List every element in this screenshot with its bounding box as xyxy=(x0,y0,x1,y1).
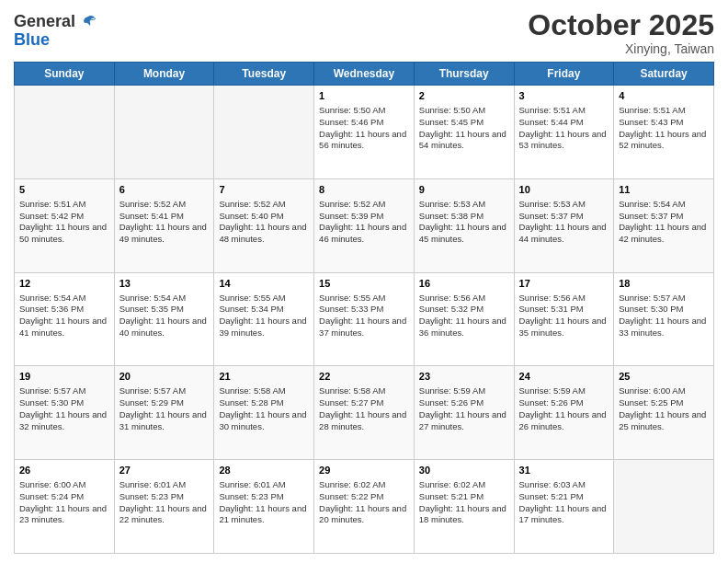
cell-info: Sunset: 5:43 PM xyxy=(619,117,709,129)
calendar-cell: 3Sunrise: 5:51 AMSunset: 5:44 PMDaylight… xyxy=(514,86,614,179)
logo-bird-icon xyxy=(79,13,97,31)
day-number: 21 xyxy=(219,370,309,384)
cell-info: Daylight: 11 hours and 40 minutes. xyxy=(119,316,210,339)
cell-info: Sunrise: 5:55 AM xyxy=(219,293,309,304)
cell-info: Sunset: 5:34 PM xyxy=(219,304,309,316)
cell-info: Sunset: 5:21 PM xyxy=(419,491,509,503)
cell-info: Daylight: 11 hours and 35 minutes. xyxy=(519,316,609,339)
calendar-cell: 10Sunrise: 5:53 AMSunset: 5:37 PMDayligh… xyxy=(514,178,614,272)
cell-info: Daylight: 11 hours and 36 minutes. xyxy=(419,316,509,339)
calendar-cell: 22Sunrise: 5:58 AMSunset: 5:27 PMDayligh… xyxy=(314,366,415,460)
calendar-cell: 13Sunrise: 5:54 AMSunset: 5:35 PMDayligh… xyxy=(114,272,214,366)
day-header-sunday: Sunday xyxy=(15,63,115,86)
calendar-cell: 14Sunrise: 5:55 AMSunset: 5:34 PMDayligh… xyxy=(214,272,314,366)
calendar-cell: 9Sunrise: 5:53 AMSunset: 5:38 PMDaylight… xyxy=(414,178,514,272)
cell-info: Sunset: 5:32 PM xyxy=(419,304,509,316)
cell-info: Daylight: 11 hours and 18 minutes. xyxy=(419,503,509,527)
cell-info: Sunset: 5:42 PM xyxy=(19,211,109,223)
calendar-cell: 6Sunrise: 5:52 AMSunset: 5:41 PMDaylight… xyxy=(114,178,214,272)
calendar-week-row: 26Sunrise: 6:00 AMSunset: 5:24 PMDayligh… xyxy=(15,460,714,554)
calendar-cell: 5Sunrise: 5:51 AMSunset: 5:42 PMDaylight… xyxy=(15,178,115,272)
calendar-cell: 27Sunrise: 6:01 AMSunset: 5:23 PMDayligh… xyxy=(114,460,214,554)
calendar-week-row: 12Sunrise: 5:54 AMSunset: 5:36 PMDayligh… xyxy=(15,272,714,366)
calendar-table: SundayMondayTuesdayWednesdayThursdayFrid… xyxy=(14,62,714,554)
cell-info: Sunset: 5:23 PM xyxy=(219,491,309,503)
calendar-cell: 4Sunrise: 5:51 AMSunset: 5:43 PMDaylight… xyxy=(614,86,714,179)
location: Xinying, Taiwan xyxy=(528,41,714,56)
day-number: 29 xyxy=(319,464,409,477)
calendar-cell: 26Sunrise: 6:00 AMSunset: 5:24 PMDayligh… xyxy=(15,460,115,554)
day-number: 25 xyxy=(619,370,709,384)
cell-info: Daylight: 11 hours and 56 minutes. xyxy=(319,129,409,153)
cell-info: Daylight: 11 hours and 28 minutes. xyxy=(319,409,409,433)
header: General Blue October 2025 Xinying, Taiwa… xyxy=(14,9,714,56)
cell-info: Daylight: 11 hours and 33 minutes. xyxy=(619,316,709,339)
cell-info: Sunset: 5:31 PM xyxy=(519,304,609,316)
cell-info: Sunrise: 6:00 AM xyxy=(19,479,109,491)
cell-info: Sunrise: 6:02 AM xyxy=(419,479,509,491)
cell-info: Sunrise: 6:03 AM xyxy=(519,479,609,491)
cell-info: Sunrise: 5:58 AM xyxy=(219,385,309,397)
calendar-cell: 28Sunrise: 6:01 AMSunset: 5:23 PMDayligh… xyxy=(214,460,314,554)
cell-info: Sunset: 5:29 PM xyxy=(119,397,210,409)
cell-info: Sunset: 5:21 PM xyxy=(519,491,609,503)
calendar-cell: 16Sunrise: 5:56 AMSunset: 5:32 PMDayligh… xyxy=(414,272,514,366)
cell-info: Daylight: 11 hours and 41 minutes. xyxy=(19,316,109,339)
calendar-week-row: 5Sunrise: 5:51 AMSunset: 5:42 PMDaylight… xyxy=(15,178,714,272)
cell-info: Sunrise: 6:02 AM xyxy=(319,479,409,491)
cell-info: Sunrise: 5:50 AM xyxy=(319,105,409,117)
day-number: 19 xyxy=(19,370,109,384)
cell-info: Daylight: 11 hours and 20 minutes. xyxy=(319,503,409,527)
cell-info: Sunset: 5:24 PM xyxy=(19,491,109,503)
logo-blue: Blue xyxy=(14,30,50,49)
day-number: 31 xyxy=(519,464,609,477)
cell-info: Daylight: 11 hours and 37 minutes. xyxy=(319,316,409,339)
cell-info: Sunset: 5:23 PM xyxy=(119,491,210,503)
day-number: 23 xyxy=(419,370,509,384)
calendar-cell: 30Sunrise: 6:02 AMSunset: 5:21 PMDayligh… xyxy=(414,460,514,554)
cell-info: Sunset: 5:36 PM xyxy=(19,304,109,316)
cell-info: Sunrise: 5:57 AM xyxy=(19,385,109,397)
cell-info: Daylight: 11 hours and 27 minutes. xyxy=(419,409,509,433)
day-header-tuesday: Tuesday xyxy=(214,63,314,86)
day-number: 10 xyxy=(519,183,609,197)
calendar-header-row: SundayMondayTuesdayWednesdayThursdayFrid… xyxy=(15,63,714,86)
month-title: October 2025 xyxy=(528,9,714,41)
cell-info: Daylight: 11 hours and 32 minutes. xyxy=(19,409,109,433)
cell-info: Daylight: 11 hours and 45 minutes. xyxy=(419,222,509,246)
day-number: 27 xyxy=(119,464,210,477)
calendar-cell: 23Sunrise: 5:59 AMSunset: 5:26 PMDayligh… xyxy=(414,366,514,460)
cell-info: Sunrise: 5:52 AM xyxy=(219,199,309,211)
cell-info: Daylight: 11 hours and 49 minutes. xyxy=(119,222,210,246)
cell-info: Sunrise: 5:51 AM xyxy=(19,199,109,211)
calendar-cell: 15Sunrise: 5:55 AMSunset: 5:33 PMDayligh… xyxy=(314,272,415,366)
cell-info: Daylight: 11 hours and 26 minutes. xyxy=(519,409,609,433)
cell-info: Daylight: 11 hours and 21 minutes. xyxy=(219,503,309,527)
calendar-cell: 19Sunrise: 5:57 AMSunset: 5:30 PMDayligh… xyxy=(15,366,115,460)
day-number: 28 xyxy=(219,464,309,477)
day-number: 24 xyxy=(519,370,609,384)
logo-general: General xyxy=(14,13,75,31)
day-number: 2 xyxy=(419,89,509,103)
cell-info: Daylight: 11 hours and 22 minutes. xyxy=(119,503,210,527)
cell-info: Sunrise: 6:01 AM xyxy=(119,479,210,491)
day-number: 4 xyxy=(619,89,709,103)
cell-info: Sunrise: 5:51 AM xyxy=(519,105,609,117)
cell-info: Sunset: 5:41 PM xyxy=(119,211,210,223)
calendar-cell: 20Sunrise: 5:57 AMSunset: 5:29 PMDayligh… xyxy=(114,366,214,460)
day-number: 17 xyxy=(519,277,609,291)
cell-info: Sunset: 5:22 PM xyxy=(319,491,409,503)
cell-info: Sunset: 5:45 PM xyxy=(419,117,509,129)
cell-info: Daylight: 11 hours and 54 minutes. xyxy=(419,129,509,153)
cell-info: Sunset: 5:28 PM xyxy=(219,397,309,409)
cell-info: Sunset: 5:26 PM xyxy=(419,397,509,409)
cell-info: Sunset: 5:30 PM xyxy=(19,397,109,409)
calendar-cell: 7Sunrise: 5:52 AMSunset: 5:40 PMDaylight… xyxy=(214,178,314,272)
calendar-cell: 31Sunrise: 6:03 AMSunset: 5:21 PMDayligh… xyxy=(514,460,614,554)
cell-info: Daylight: 11 hours and 42 minutes. xyxy=(619,222,709,246)
logo: General Blue xyxy=(14,13,97,50)
cell-info: Daylight: 11 hours and 46 minutes. xyxy=(319,222,409,246)
title-block: October 2025 Xinying, Taiwan xyxy=(528,9,714,56)
cell-info: Sunrise: 5:54 AM xyxy=(19,293,109,304)
cell-info: Daylight: 11 hours and 53 minutes. xyxy=(519,129,609,153)
